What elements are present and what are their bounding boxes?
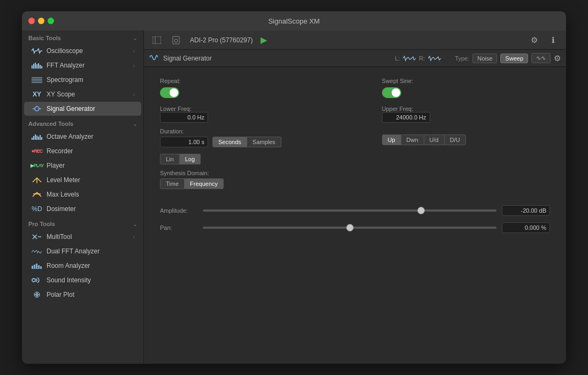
svg-rect-36 <box>152 36 161 44</box>
settings-button[interactable]: ⚙ <box>526 33 541 47</box>
amplitude-slider-container <box>203 209 497 212</box>
window-title: SignalScope XM <box>268 17 319 25</box>
type-noise-button[interactable]: Noise <box>472 54 497 63</box>
svg-rect-26 <box>32 266 33 269</box>
svg-rect-27 <box>34 265 35 269</box>
sidebar-item-multitool[interactable]: MultiTool › <box>24 230 141 244</box>
sidebar-item-oscilloscope[interactable]: Oscilloscope › <box>24 44 141 58</box>
sidebar-item-octave-analyzer[interactable]: Octave Analyzer <box>24 130 141 144</box>
oscilloscope-icon <box>32 47 42 55</box>
sidebar-item-signal-generator[interactable]: Signal Generator <box>24 102 141 116</box>
type-wave-button[interactable]: ∿∿ <box>531 53 551 63</box>
sidebar-item-label: XY Scope <box>47 91 75 98</box>
svg-rect-4 <box>38 63 39 69</box>
minimize-button[interactable] <box>38 18 44 24</box>
sidebar-item-dosimeter[interactable]: %D Dosimeter <box>24 202 141 216</box>
sweep-up-button[interactable]: Up <box>382 134 401 145</box>
sweep-direction-group: Up Dwn U/d D/U <box>382 134 551 145</box>
amplitude-value-input[interactable] <box>502 205 550 216</box>
audio-device-button[interactable] <box>169 33 184 47</box>
maximize-button[interactable] <box>48 18 54 24</box>
seconds-button[interactable]: Seconds <box>212 137 247 147</box>
play-button[interactable]: ▶ <box>257 33 271 47</box>
sidebar-item-label: Level Meter <box>47 176 80 184</box>
svg-rect-29 <box>38 265 40 269</box>
amplitude-row: Amplitude: <box>160 205 550 216</box>
swept-sine-toggle[interactable] <box>382 87 401 98</box>
pan-slider[interactable] <box>203 227 497 229</box>
main-container: Basic Tools ⌄ Oscilloscope › <box>22 31 566 364</box>
info-button[interactable]: ℹ <box>546 33 561 47</box>
repeat-toggle[interactable] <box>160 87 179 98</box>
sidebar-item-spectrogram[interactable]: Spectrogram <box>24 73 141 87</box>
sidebar-item-label: Signal Generator <box>47 105 95 112</box>
device-label: ADI-2 Pro (57760297) <box>190 36 253 44</box>
signal-generator-icon <box>32 104 42 113</box>
svg-rect-6 <box>41 66 42 69</box>
sidebar-item-xy-scope[interactable]: XY XY Scope › <box>24 87 141 101</box>
sweep-ud-button[interactable]: U/d <box>424 134 445 145</box>
amplitude-slider[interactable] <box>203 209 497 212</box>
sidebar-item-label: Max Levels <box>47 191 79 198</box>
svg-rect-2 <box>35 63 36 69</box>
sidebar-item-label: Sound Intensity <box>47 276 91 284</box>
fft-icon <box>32 61 42 70</box>
lower-freq-label: Lower Freq: <box>160 106 329 112</box>
room-analyzer-icon <box>32 261 42 270</box>
sidebar-item-label: Player <box>47 162 65 169</box>
polar-plot-icon <box>32 290 42 299</box>
samples-button[interactable]: Samples <box>247 137 281 147</box>
sidebar-item-polar-plot[interactable]: Polar Plot <box>24 288 141 302</box>
svg-rect-1 <box>33 64 34 69</box>
left-channel-label: L: <box>395 55 400 62</box>
upper-freq-input[interactable] <box>382 112 430 123</box>
svg-rect-14 <box>32 138 33 140</box>
dual-fft-icon <box>32 247 42 256</box>
frequency-button[interactable]: Frequency <box>185 178 224 189</box>
sidebar-item-room-analyzer[interactable]: Room Analyzer <box>24 259 141 273</box>
svg-rect-28 <box>36 264 37 269</box>
left-controls: Repeat: Lower Freq: Duration: <box>160 78 329 194</box>
close-button[interactable] <box>28 18 35 24</box>
generator-panel: Repeat: Lower Freq: Duration: <box>144 67 566 364</box>
sidebar-item-label: Dual FFT Analyzer <box>47 248 100 255</box>
pan-row: Pan: <box>160 222 550 233</box>
log-button[interactable]: Log <box>180 154 201 164</box>
sidebar-item-label: Polar Plot <box>47 291 74 298</box>
sidebar-item-sound-intensity[interactable]: Sound Intensity <box>24 273 141 287</box>
svg-rect-18 <box>38 137 39 140</box>
repeat-label: Repeat: <box>160 78 181 84</box>
pan-value-input[interactable] <box>502 222 550 233</box>
player-icon: ▶PLAY <box>32 161 42 170</box>
lower-freq-input[interactable] <box>160 112 208 123</box>
type-sweep-button[interactable]: Sweep <box>500 54 528 63</box>
time-button[interactable]: Time <box>160 178 185 189</box>
synthesis-label: Synthesis Domain: <box>160 170 329 176</box>
sidebar-item-recorder[interactable]: ●REC Recorder <box>24 144 141 158</box>
duration-label: Duration: <box>160 128 329 134</box>
signal-gen-icon <box>149 54 158 63</box>
repeat-group: Repeat: <box>160 78 181 98</box>
sidebar-item-level-meter[interactable]: Level Meter <box>24 173 141 187</box>
sidebar-item-player[interactable]: ▶PLAY Player <box>24 159 141 172</box>
top-controls: Repeat: Lower Freq: Duration: <box>160 78 550 194</box>
sweep-du-button[interactable]: D/U <box>445 134 466 145</box>
sweep-down-button[interactable]: Dwn <box>401 134 424 145</box>
swept-sine-label: Swept Sine: <box>382 78 414 84</box>
sidebar-toggle-button[interactable] <box>149 33 164 47</box>
generator-settings-button[interactable]: ⚙ <box>554 54 561 63</box>
pro-tools-chevron-icon: ⌄ <box>133 221 137 227</box>
sidebar-item-dual-fft[interactable]: Dual FFT Analyzer <box>24 244 141 258</box>
sidebar-item-label: Spectrogram <box>47 76 83 84</box>
lin-button[interactable]: Lin <box>160 154 180 164</box>
xy-arrow-icon: › <box>133 92 135 98</box>
titlebar: SignalScope XM <box>22 11 566 31</box>
duration-input[interactable] <box>160 137 208 147</box>
svg-rect-16 <box>35 134 36 140</box>
sidebar-item-fft-analyzer[interactable]: FFT Analyzer › <box>24 58 141 72</box>
svg-rect-3 <box>36 64 37 69</box>
sidebar-item-max-levels[interactable]: Max Levels <box>24 188 141 201</box>
spectrogram-icon <box>32 76 42 84</box>
svg-point-11 <box>35 107 39 111</box>
svg-rect-38 <box>173 36 179 44</box>
